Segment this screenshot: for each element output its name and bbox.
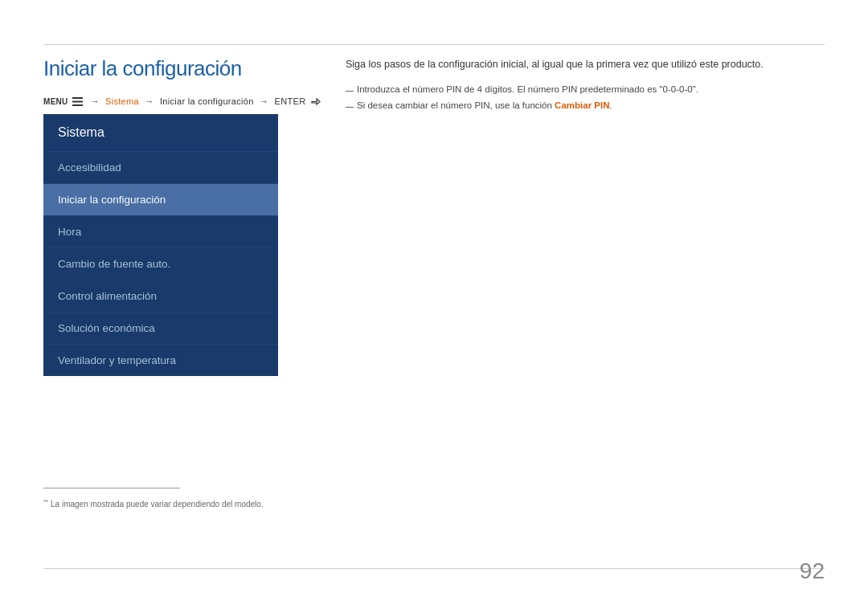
sidebar-item-solucion[interactable]: Solución económica — [43, 312, 278, 344]
sidebar-item-hora[interactable]: Hora — [43, 215, 278, 247]
breadcrumb-arrow-3: → — [260, 96, 268, 106]
breadcrumb-enter: ENTER — [275, 96, 306, 106]
bottom-border — [43, 568, 825, 569]
sidebar-item-iniciar[interactable]: Iniciar la configuración — [43, 183, 278, 215]
top-border — [43, 44, 825, 45]
footnote-line — [43, 488, 180, 488]
footnote: ** La imagen mostrada puede variar depen… — [43, 498, 264, 509]
detail-text-2-prefix: Si desea cambiar el número PIN, use la f… — [357, 100, 555, 110]
breadcrumb-menu: MENU — [43, 97, 68, 106]
sidebar: Sistema Accesibilidad Iniciar la configu… — [43, 114, 278, 376]
svg-rect-0 — [72, 97, 83, 99]
enter-icon — [310, 97, 321, 108]
main-description: Siga los pasos de la configuración inici… — [346, 56, 825, 72]
detail-text-2-suffix: . — [610, 100, 612, 110]
footnote-text: La imagen mostrada puede variar dependie… — [51, 500, 264, 509]
page-title: Iniciar la configuración — [43, 56, 242, 81]
breadcrumb-arrow-1: → — [90, 96, 99, 106]
right-content: Siga los pasos de la configuración inici… — [346, 56, 825, 113]
sidebar-header: Sistema — [43, 114, 278, 151]
breadcrumb-iniciar: Iniciar la configuración — [160, 96, 254, 106]
footnote-marker: ** — [43, 498, 48, 505]
page-number: 92 — [800, 558, 825, 584]
menu-icon — [72, 97, 83, 108]
detail-line-2: Si desea cambiar el número PIN, use la f… — [346, 98, 825, 114]
sidebar-item-accesibilidad[interactable]: Accesibilidad — [43, 151, 278, 183]
sidebar-item-control[interactable]: Control alimentación — [43, 280, 278, 312]
detail-line-1: Introduzca el número PIN de 4 dígitos. E… — [346, 82, 825, 98]
detail-text-1: Introduzca el número PIN de 4 dígitos. E… — [357, 84, 698, 94]
breadcrumb-sistema: Sistema — [105, 96, 139, 106]
sidebar-item-cambio[interactable]: Cambio de fuente auto. — [43, 247, 278, 280]
svg-rect-2 — [72, 104, 83, 106]
svg-rect-1 — [72, 100, 83, 102]
cambiar-pin-link[interactable]: Cambiar PIN — [555, 100, 609, 110]
sidebar-item-ventilador[interactable]: Ventilador y temperatura — [43, 344, 278, 376]
breadcrumb-arrow-2: → — [145, 96, 154, 106]
breadcrumb: MENU → Sistema → Iniciar la configuració… — [43, 96, 321, 108]
